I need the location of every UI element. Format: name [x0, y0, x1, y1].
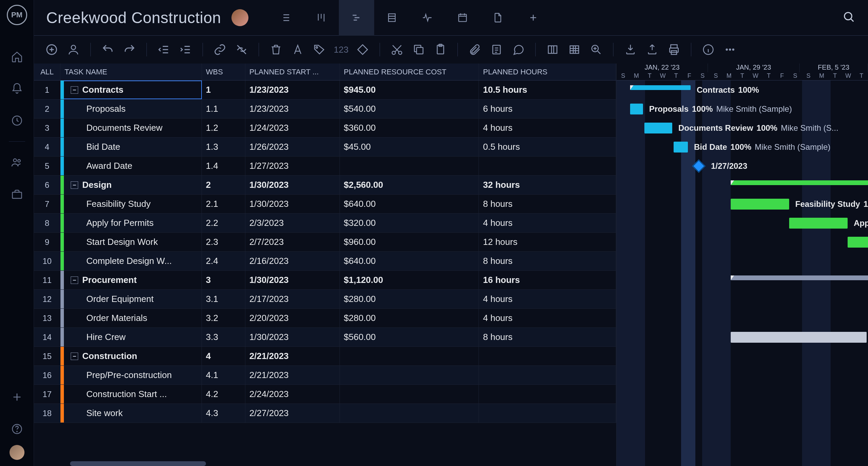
print-icon[interactable]: [666, 42, 681, 57]
toolbar-number[interactable]: 123: [334, 44, 348, 55]
add-icon[interactable]: [11, 391, 23, 404]
cost-cell[interactable]: $280.00: [340, 309, 479, 327]
cost-cell[interactable]: $2,560.00: [340, 176, 479, 194]
task-name-cell[interactable]: Complete Design W...: [60, 252, 202, 270]
start-cell[interactable]: 1/23/2023: [245, 100, 340, 118]
task-name-cell[interactable]: −Contracts: [60, 80, 202, 99]
table-row[interactable]: 8Apply for Permits2.22/3/2023$320.004 ho…: [34, 214, 616, 233]
task-name-cell[interactable]: Hire Crew: [60, 328, 202, 346]
gantt-task-bar[interactable]: [731, 332, 867, 343]
table-row[interactable]: 11−Procurement31/30/2023$1,120.0016 hour…: [34, 271, 616, 290]
col-all[interactable]: ALL: [34, 64, 60, 80]
gantt-task-bar[interactable]: [630, 104, 643, 114]
cost-cell[interactable]: $540.00: [340, 100, 479, 118]
cost-cell[interactable]: $945.00: [340, 80, 479, 99]
cost-cell[interactable]: $280.00: [340, 290, 479, 308]
start-cell[interactable]: 2/24/2023: [245, 385, 340, 404]
table-row[interactable]: 2Proposals1.11/23/2023$540.006 hours: [34, 100, 616, 119]
briefcase-icon[interactable]: [11, 188, 23, 201]
more-icon[interactable]: [723, 42, 737, 57]
redo-icon[interactable]: [122, 42, 137, 57]
start-cell[interactable]: 1/23/2023: [245, 80, 340, 99]
wbs-cell[interactable]: 3: [202, 271, 245, 289]
table-row[interactable]: 18Site work4.32/27/2023: [34, 404, 616, 423]
col-wbs[interactable]: WBS: [202, 64, 245, 80]
table-row[interactable]: 5Award Date1.41/27/2023: [34, 157, 616, 176]
wbs-cell[interactable]: 1: [202, 80, 245, 99]
task-name-cell[interactable]: Start Design Work: [60, 233, 202, 251]
table-row[interactable]: 1−Contracts11/23/2023$945.0010.5 hours: [34, 80, 616, 100]
col-start[interactable]: PLANNED START ...: [245, 64, 340, 80]
start-cell[interactable]: 2/27/2023: [245, 404, 340, 423]
hours-cell[interactable]: [479, 157, 616, 175]
hours-cell[interactable]: 8 hours: [479, 328, 616, 346]
gantt-summary-bar[interactable]: [630, 85, 691, 90]
task-name-cell[interactable]: −Construction: [60, 347, 202, 365]
cost-cell[interactable]: $640.00: [340, 195, 479, 213]
table-row[interactable]: 10Complete Design W...2.42/16/2023$640.0…: [34, 252, 616, 271]
collapse-icon[interactable]: −: [71, 353, 78, 360]
collapse-icon[interactable]: −: [71, 276, 78, 284]
paste-icon[interactable]: [433, 42, 448, 57]
export-icon[interactable]: [645, 42, 660, 57]
view-board-icon[interactable]: [303, 0, 339, 36]
task-name-cell[interactable]: Documents Review: [60, 119, 202, 137]
wbs-cell[interactable]: 1.2: [202, 119, 245, 137]
start-cell[interactable]: 1/30/2023: [245, 176, 340, 194]
user-avatar[interactable]: [10, 445, 24, 460]
task-name-cell[interactable]: Feasibility Study: [60, 195, 202, 213]
hours-cell[interactable]: [479, 404, 616, 423]
columns-icon[interactable]: [545, 42, 560, 57]
cost-cell[interactable]: $320.00: [340, 214, 479, 232]
cut-icon[interactable]: [389, 42, 404, 57]
start-cell[interactable]: 2/17/2023: [245, 290, 340, 308]
gantt-task-bar[interactable]: [674, 142, 688, 153]
bell-icon[interactable]: [11, 82, 23, 95]
start-cell[interactable]: 1/27/2023: [245, 157, 340, 175]
table-row[interactable]: 9Start Design Work2.32/7/2023$960.0012 h…: [34, 233, 616, 252]
table-row[interactable]: 15−Construction42/21/2023: [34, 347, 616, 366]
table-row[interactable]: 14Hire Crew3.31/30/2023$560.008 hours: [34, 328, 616, 347]
grid-icon[interactable]: [567, 42, 582, 57]
view-list-icon[interactable]: [268, 0, 303, 36]
gantt-summary-bar[interactable]: [731, 180, 868, 185]
cost-cell[interactable]: $960.00: [340, 233, 479, 251]
start-cell[interactable]: 1/26/2023: [245, 138, 340, 156]
task-name-cell[interactable]: Order Materials: [60, 309, 202, 327]
gantt-task-bar[interactable]: [789, 218, 848, 229]
table-row[interactable]: 7Feasibility Study2.11/30/2023$640.008 h…: [34, 195, 616, 214]
wbs-cell[interactable]: 1.4: [202, 157, 245, 175]
tag-icon[interactable]: [312, 42, 327, 57]
wbs-cell[interactable]: 1.1: [202, 100, 245, 118]
hours-cell[interactable]: 8 hours: [479, 252, 616, 270]
cost-cell[interactable]: [340, 404, 479, 423]
task-name-cell[interactable]: Apply for Permits: [60, 214, 202, 232]
copy-icon[interactable]: [411, 42, 426, 57]
app-logo[interactable]: PM: [7, 5, 27, 25]
undo-icon[interactable]: [100, 42, 115, 57]
hours-cell[interactable]: 0.5 hours: [479, 138, 616, 156]
wbs-cell[interactable]: 4.1: [202, 366, 245, 384]
start-cell[interactable]: 1/30/2023: [245, 328, 340, 346]
view-gantt-icon[interactable]: [339, 0, 374, 36]
gantt-task-bar[interactable]: [731, 199, 789, 210]
table-row[interactable]: 3Documents Review1.21/24/2023$360.004 ho…: [34, 119, 616, 138]
table-row[interactable]: 16Prep/Pre-construction4.12/21/2023: [34, 366, 616, 385]
collapse-icon[interactable]: −: [71, 181, 78, 189]
cost-cell[interactable]: [340, 385, 479, 404]
start-cell[interactable]: 2/3/2023: [245, 214, 340, 232]
cost-cell[interactable]: $360.00: [340, 119, 479, 137]
start-cell[interactable]: 1/30/2023: [245, 195, 340, 213]
link-icon[interactable]: [212, 42, 227, 57]
view-add-icon[interactable]: [516, 0, 551, 36]
hours-cell[interactable]: 4 hours: [479, 309, 616, 327]
comment-icon[interactable]: [511, 42, 526, 57]
wbs-cell[interactable]: 1.3: [202, 138, 245, 156]
hours-cell[interactable]: 8 hours: [479, 195, 616, 213]
assign-icon[interactable]: [66, 42, 81, 57]
indent-icon[interactable]: [178, 42, 193, 57]
table-row[interactable]: 4Bid Date1.31/26/2023$45.000.5 hours: [34, 138, 616, 157]
collapse-icon[interactable]: −: [71, 86, 78, 94]
gantt-body[interactable]: Contracts 100%Proposals 100% Mike Smith …: [617, 80, 868, 466]
task-name-cell[interactable]: −Procurement: [60, 271, 202, 289]
